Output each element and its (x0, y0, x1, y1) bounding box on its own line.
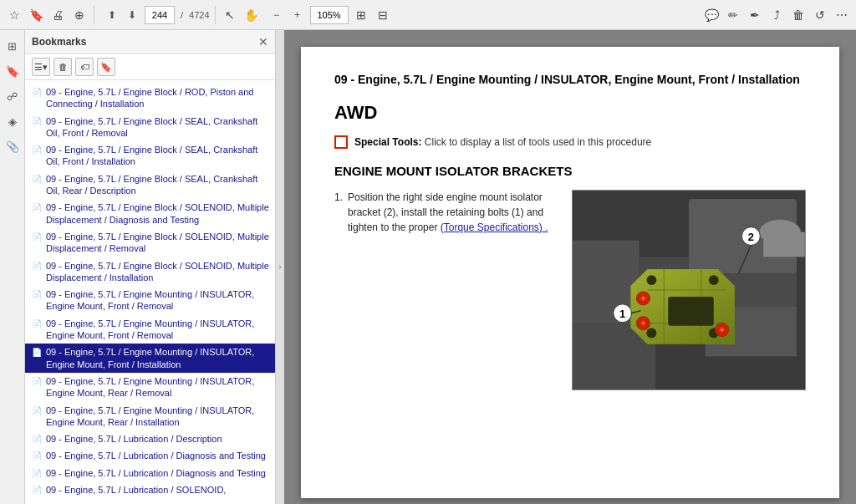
bookmarks-close-btn[interactable]: ✕ (258, 35, 268, 48)
comment-icon[interactable]: 💬 (702, 6, 721, 24)
zoom-input[interactable] (310, 6, 349, 24)
bm-tool-menu[interactable]: ☰▾ (32, 58, 50, 76)
fit-page-icon[interactable]: ⊟ (374, 6, 392, 24)
content-body: 1. Position the right side engine mount … (334, 190, 806, 390)
svg-point-19 (709, 275, 719, 285)
svg-point-18 (646, 328, 656, 338)
zoom-page-icon[interactable]: ⊕ (70, 6, 89, 24)
pencil-icon[interactable]: ✏ (724, 6, 742, 24)
svg-text:1: 1 (619, 307, 625, 319)
bm-item-2[interactable]: 📄 09 - Engine, 5.7L / Engine Block / SEA… (25, 141, 275, 171)
panel-collapse-handle[interactable]: › (276, 30, 284, 504)
bm-item-15[interactable]: 📄 09 - Engine, 5.7L / Lubrication / SOLE… (25, 481, 275, 498)
page-number-input[interactable] (145, 6, 175, 24)
bm-item-icon-12: 📄 (32, 434, 42, 445)
bm-item-13[interactable]: 📄 09 - Engine, 5.7L / Lubrication / Diag… (25, 447, 275, 464)
bm-item-text-6: 09 - Engine, 5.7L / Engine Block / SOLEN… (46, 260, 270, 284)
print-icon[interactable]: 🖨 (48, 6, 67, 24)
undo-icon[interactable]: ↺ (811, 6, 829, 24)
main-area: ⊞ 🔖 ☍ ◈ 📎 Bookmarks ✕ ☰▾ 🗑 🏷 🔖 📄 09 - En… (0, 30, 856, 504)
bm-item-3[interactable]: 📄 09 - Engine, 5.7L / Engine Block / SEA… (25, 171, 275, 200)
page-title: 09 - Engine, 5.7L / Engine Mounting / IN… (334, 72, 806, 89)
bm-item-icon-8: 📄 (32, 318, 42, 329)
bm-item-0[interactable]: 📄 09 - Engine, 5.7L / Engine Block / ROD… (25, 84, 275, 113)
bm-item-text-9: 09 - Engine, 5.7L / Engine Mounting / IN… (46, 346, 270, 370)
bm-item-text-14: 09 - Engine, 5.7L / Lubrication / Diagno… (46, 467, 270, 479)
bm-item-text-8: 09 - Engine, 5.7L / Engine Mounting / IN… (46, 318, 270, 342)
divider2 (215, 6, 216, 24)
highlight-icon[interactable]: ✒ (746, 6, 764, 24)
svg-rect-9 (763, 232, 805, 257)
bm-item-9[interactable]: 📄 09 - Engine, 5.7L / Engine Mounting / … (25, 344, 275, 373)
bookmarks-title: Bookmarks (32, 36, 86, 48)
bm-item-text-3: 09 - Engine, 5.7L / Engine Block / SEAL,… (46, 173, 270, 197)
special-tools-bold-label: Special Tools: (354, 136, 421, 148)
bm-item-icon-9: 📄 (32, 347, 42, 358)
bm-item-text-4: 09 - Engine, 5.7L / Engine Block / SOLEN… (46, 201, 270, 226)
bookmarks-header: Bookmarks ✕ (25, 30, 275, 54)
bm-item-text-13: 09 - Engine, 5.7L / Lubrication / Diagno… (46, 450, 270, 461)
back-btn[interactable]: ☆ (5, 6, 23, 24)
bm-item-text-12: 09 - Engine, 5.7L / Lubrication / Descri… (46, 433, 270, 445)
step-1: 1. Position the right side engine mount … (334, 190, 555, 235)
bm-item-6[interactable]: 📄 09 - Engine, 5.7L / Engine Block / SOL… (25, 257, 275, 287)
more-icon[interactable]: ⋯ (833, 6, 851, 24)
document-page: 09 - Engine, 5.7L / Engine Mounting / IN… (301, 47, 839, 498)
bm-tool-bookmark[interactable]: 🔖 (97, 58, 115, 76)
content-area[interactable]: 09 - Engine, 5.7L / Engine Mounting / IN… (284, 30, 856, 504)
bm-item-icon-15: 📄 (32, 485, 42, 496)
sidebar-icons: ⊞ 🔖 ☍ ◈ 📎 (0, 30, 25, 504)
svg-point-17 (646, 275, 656, 285)
special-tools-checkbox[interactable] (334, 135, 348, 149)
bm-item-11[interactable]: 📄 09 - Engine, 5.7L / Engine Mounting / … (25, 402, 275, 431)
bm-item-text-0: 09 - Engine, 5.7L / Engine Block / ROD, … (46, 86, 270, 110)
nav-icon-2[interactable]: 🔖 (3, 62, 22, 80)
bm-tool-delete[interactable]: 🗑 (54, 58, 72, 76)
bm-item-text-11: 09 - Engine, 5.7L / Engine Mounting / IN… (46, 405, 270, 429)
nav-icon-1[interactable]: ⊞ (3, 37, 22, 55)
bm-item-icon-4: 📄 (32, 202, 42, 213)
delete-icon[interactable]: 🗑 (789, 6, 808, 24)
bm-item-8[interactable]: 📄 09 - Engine, 5.7L / Engine Mounting / … (25, 315, 275, 344)
bm-item-5[interactable]: 📄 09 - Engine, 5.7L / Engine Block / SOL… (25, 228, 275, 257)
fit-width-icon[interactable]: ⊞ (352, 6, 370, 24)
bookmark-icon[interactable]: 🔖 (27, 6, 45, 24)
section-heading: ENGINE MOUNT ISOLATOR BRACKETS (334, 164, 806, 178)
bm-item-10[interactable]: 📄 09 - Engine, 5.7L / Engine Mounting / … (25, 373, 275, 402)
bm-item-text-10: 09 - Engine, 5.7L / Engine Mounting / IN… (46, 375, 270, 400)
torque-link-text[interactable]: (Torque Specifications) . (441, 221, 548, 233)
zoom-controls: − + (268, 6, 307, 24)
engine-mount-image: 1 2 (572, 190, 806, 390)
toolbar-right: 💬 ✏ ✒ ⤴ 🗑 ↺ ⋯ (702, 6, 851, 24)
zoom-in-btn[interactable]: + (288, 6, 307, 24)
bm-tool-tag[interactable]: 🏷 (75, 58, 94, 76)
bm-item-icon-5: 📄 (32, 232, 42, 242)
bookmarks-toolbar: ☰▾ 🗑 🏷 🔖 (25, 54, 275, 80)
zoom-out-btn[interactable]: − (268, 6, 286, 24)
nav-icon-4[interactable]: ◈ (3, 112, 22, 130)
page-subtitle: AWD (334, 102, 806, 124)
nav-icon-5[interactable]: 📎 (3, 137, 22, 155)
bm-item-icon-3: 📄 (32, 174, 42, 185)
bm-item-7[interactable]: 📄 09 - Engine, 5.7L / Engine Mounting / … (25, 286, 275, 315)
page-separator: / (181, 10, 183, 20)
bm-item-4[interactable]: 📄 09 - Engine, 5.7L / Engine Block / SOL… (25, 199, 275, 228)
bm-item-1[interactable]: 📄 09 - Engine, 5.7L / Engine Block / SEA… (25, 113, 275, 142)
svg-rect-16 (668, 297, 714, 326)
nav-icon-3[interactable]: ☍ (3, 87, 22, 105)
bm-item-14[interactable]: 📄 09 - Engine, 5.7L / Lubrication / Diag… (25, 465, 275, 481)
next-page-btn[interactable]: ⬇ (123, 6, 141, 24)
bm-item-icon-0: 📄 (32, 87, 42, 98)
special-tools-label: Special Tools: Click to display a list o… (354, 136, 651, 148)
bm-item-text-2: 09 - Engine, 5.7L / Engine Block / SEAL,… (46, 144, 270, 168)
pan-tool[interactable]: ✋ (242, 6, 261, 24)
bm-item-12[interactable]: 📄 09 - Engine, 5.7L / Lubrication / Desc… (25, 430, 275, 447)
bookmarks-list[interactable]: 📄 09 - Engine, 5.7L / Engine Block / ROD… (25, 80, 275, 504)
prev-page-btn[interactable]: ⬆ (103, 6, 121, 24)
bm-item-text-5: 09 - Engine, 5.7L / Engine Block / SOLEN… (46, 231, 270, 255)
bm-item-text-15: 09 - Engine, 5.7L / Lubrication / SOLENO… (46, 484, 270, 496)
stamp-icon[interactable]: ⤴ (767, 6, 786, 24)
cursor-tool[interactable]: ↖ (221, 6, 239, 24)
svg-text:2: 2 (748, 230, 754, 242)
divider1 (94, 6, 94, 24)
